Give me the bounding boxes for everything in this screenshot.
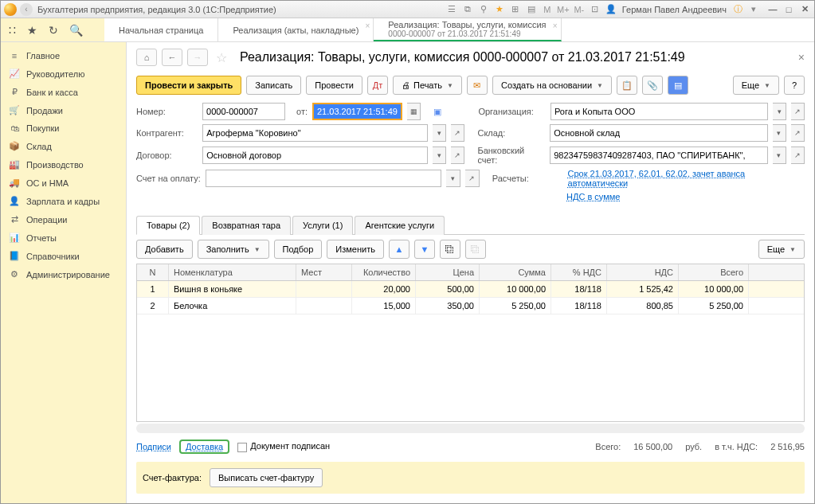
- tab-agent[interactable]: Агентские услуги: [355, 216, 445, 235]
- tab-start[interactable]: Начальная страница: [104, 18, 218, 41]
- history-icon[interactable]: ↻: [49, 24, 58, 37]
- add-button[interactable]: Добавить: [136, 240, 193, 259]
- sidebar-item[interactable]: ≡Главное: [1, 47, 126, 64]
- tab-document[interactable]: Реализация: Товары, услуги, комиссия0000…: [374, 18, 561, 41]
- contragent-field[interactable]: Агроферма "Коровино": [202, 124, 428, 142]
- write-button[interactable]: Записать: [246, 76, 301, 95]
- col-total[interactable]: Всего: [679, 264, 749, 280]
- status-icon[interactable]: ▣: [433, 107, 441, 117]
- col-ndsv[interactable]: НДС: [607, 264, 679, 280]
- debit-credit-button[interactable]: Дт: [367, 76, 388, 95]
- dropdown-button[interactable]: ▾: [446, 170, 460, 187]
- number-field[interactable]: 0000-000007: [202, 103, 285, 120]
- close-button[interactable]: ✕: [798, 4, 811, 15]
- sidebar-item[interactable]: ₽Банк и касса: [1, 83, 126, 101]
- nds-link[interactable]: НДС в сумме: [566, 192, 620, 201]
- nav-fwd-button[interactable]: →: [187, 49, 208, 66]
- toolbar-icon[interactable]: ▤: [525, 3, 538, 16]
- info-icon[interactable]: ⓘ: [731, 3, 744, 16]
- dropdown-button[interactable]: ▾: [773, 124, 786, 142]
- tab-services[interactable]: Услуги (1): [292, 216, 353, 235]
- sidebar-item[interactable]: ⚙Администрирование: [1, 265, 126, 283]
- sidebar-item[interactable]: 📈Руководителю: [1, 64, 126, 83]
- sidebar-item[interactable]: 🛍Покупки: [1, 119, 126, 137]
- back-icon[interactable]: ‹: [20, 3, 33, 16]
- bank-field[interactable]: 98234759837409287403, ПАО "СПИРИТБАНК",: [550, 147, 768, 164]
- maximize-button[interactable]: □: [782, 4, 795, 15]
- nav-back-button[interactable]: ←: [162, 49, 182, 66]
- toolbar-icon[interactable]: M+: [557, 3, 570, 16]
- apps-icon[interactable]: ∷: [9, 24, 16, 37]
- move-down-button[interactable]: ▼: [414, 240, 435, 259]
- signed-checkbox[interactable]: Документ подписан: [237, 441, 330, 451]
- open-button[interactable]: ↗: [451, 124, 464, 142]
- open-button[interactable]: ↗: [465, 170, 480, 187]
- col-price[interactable]: Цена: [416, 264, 480, 280]
- mail-button[interactable]: ✉: [467, 76, 488, 95]
- home-button[interactable]: ⌂: [136, 49, 157, 66]
- sidebar-item[interactable]: 🛒Продажи: [1, 101, 126, 119]
- table-row[interactable]: 1Вишня в коньяке20,000500,0010 000,0018/…: [137, 281, 804, 298]
- dropdown-button[interactable]: ▾: [773, 103, 786, 120]
- write-sf-button[interactable]: Выписать счет-фактуру: [210, 468, 323, 487]
- pick-button[interactable]: Подбор: [274, 240, 323, 259]
- open-button[interactable]: ↗: [791, 103, 805, 120]
- sidebar-item[interactable]: 👤Зарплата и кадры: [1, 192, 126, 210]
- create-based-button[interactable]: Создать на основании▼: [492, 76, 612, 95]
- toolbar-icon[interactable]: ⊡: [589, 3, 601, 16]
- date-field[interactable]: 21.03.2017 21:51:49: [312, 103, 402, 120]
- star-icon[interactable]: ★: [27, 24, 37, 37]
- sidebar-item[interactable]: 🚚ОС и НМА: [1, 174, 126, 192]
- post-button[interactable]: Провести: [306, 76, 362, 95]
- sidebar-item[interactable]: 📦Склад: [1, 137, 126, 155]
- toolbar-icon[interactable]: M: [541, 3, 554, 16]
- minimize-button[interactable]: —: [766, 4, 779, 15]
- sidebar-item[interactable]: 📊Отчеты: [1, 229, 126, 247]
- change-button[interactable]: Изменить: [327, 240, 384, 259]
- sidebar-item[interactable]: 🏭Производство: [1, 155, 126, 174]
- col-nomenclature[interactable]: Номенклатура: [169, 264, 296, 280]
- more-button[interactable]: Еще▼: [733, 76, 779, 95]
- tab-goods[interactable]: Товары (2): [136, 216, 200, 235]
- open-button[interactable]: ↗: [791, 147, 805, 164]
- search-icon[interactable]: 🔍: [69, 24, 83, 37]
- user-name[interactable]: Герман Павел Андреевич: [622, 5, 727, 14]
- clipboard-button[interactable]: 📋: [617, 76, 637, 95]
- col-mest[interactable]: Мест: [296, 264, 352, 280]
- attach-button[interactable]: 📎: [642, 76, 663, 95]
- open-button[interactable]: ↗: [791, 124, 805, 142]
- dropdown-button[interactable]: ▾: [433, 147, 446, 164]
- h-scrollbar[interactable]: [136, 424, 805, 433]
- toolbar-icon[interactable]: ⊞: [509, 3, 522, 16]
- struct-button[interactable]: ▤: [668, 76, 688, 95]
- delivery-link[interactable]: Доставка: [179, 440, 229, 454]
- open-button[interactable]: ↗: [451, 147, 464, 164]
- tab-realizations[interactable]: Реализация (акты, накладные)×: [218, 18, 374, 41]
- sklad-field[interactable]: Основной склад: [550, 124, 768, 142]
- col-n[interactable]: N: [137, 264, 169, 280]
- pay-field[interactable]: [206, 170, 441, 187]
- signatures-link[interactable]: Подписи: [136, 442, 171, 451]
- toolbar-icon[interactable]: M-: [573, 3, 586, 16]
- close-icon[interactable]: ×: [553, 21, 558, 30]
- sidebar-item[interactable]: ⇄Операции: [1, 210, 126, 229]
- dropdown-button[interactable]: ▾: [433, 124, 446, 142]
- col-qty[interactable]: Количество: [352, 264, 416, 280]
- dropdown-button[interactable]: ▾: [773, 147, 786, 164]
- toolbar-icon[interactable]: ☰: [445, 3, 458, 16]
- tab-tara[interactable]: Возвратная тара: [202, 216, 291, 235]
- close-icon[interactable]: ×: [365, 21, 370, 30]
- copy-button[interactable]: ⿻: [440, 240, 460, 259]
- close-icon[interactable]: ×: [798, 51, 805, 64]
- favorite-icon[interactable]: ☆: [216, 50, 227, 65]
- print-button[interactable]: 🖨 Печать▼: [393, 76, 462, 95]
- calc-link[interactable]: Срок 21.03.2017, 62.01, 62.02, зачет ава…: [568, 169, 805, 188]
- fill-button[interactable]: Заполнить▼: [198, 240, 269, 259]
- more-button[interactable]: Еще▼: [758, 240, 805, 259]
- org-field[interactable]: Рога и Копыта ООО: [551, 103, 768, 120]
- fav-icon[interactable]: ★: [493, 3, 506, 16]
- post-close-button[interactable]: Провести и закрыть: [136, 76, 241, 95]
- toolbar-icon[interactable]: ⧉: [461, 3, 474, 16]
- help-button[interactable]: ?: [784, 76, 805, 95]
- table-row[interactable]: 2Белочка15,000350,005 250,0018/118800,85…: [137, 298, 804, 315]
